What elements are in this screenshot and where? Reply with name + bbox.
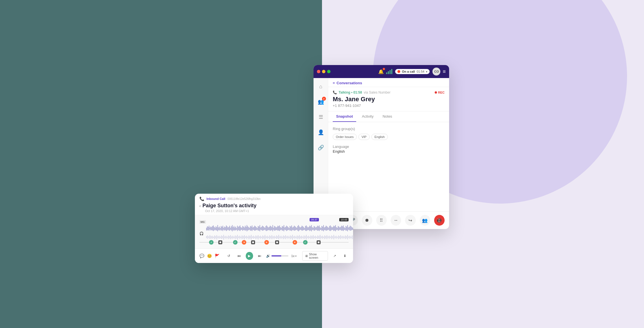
svg-rect-243 (286, 236, 287, 238)
marker-2[interactable]: ✓ (233, 240, 238, 245)
sidebar-item-reports[interactable]: 🔗 (316, 143, 326, 153)
svg-rect-240 (283, 235, 284, 239)
svg-rect-177 (211, 236, 211, 238)
skip-back-button[interactable]: ⏮ (235, 252, 243, 260)
svg-rect-292 (343, 236, 343, 239)
svg-rect-201 (238, 236, 239, 238)
volume-slider-track[interactable] (271, 255, 288, 256)
tag-order-issues[interactable]: Order Issues (333, 134, 357, 140)
svg-rect-249 (293, 236, 294, 238)
marker-4[interactable]: ✕ (264, 240, 269, 245)
marker-1[interactable]: ✓ (209, 240, 214, 245)
chevron-down-icon: ▾ (426, 70, 427, 73)
waveform-container[interactable]: MG 🎧 (195, 215, 353, 249)
sidebar-item-tasks[interactable]: ☰ (316, 112, 326, 122)
svg-rect-257 (303, 236, 303, 238)
external-link-button[interactable]: ↗ (331, 252, 338, 260)
marker-square-1[interactable] (218, 240, 222, 244)
sidebar-item-contacts[interactable]: 👤 (316, 127, 326, 137)
svg-rect-192 (228, 235, 229, 239)
svg-rect-238 (281, 236, 281, 239)
titlebar: 🔔 On a call 01:54 ▾ CO ≡ (314, 65, 449, 78)
call-status-row: 📞 Talking • 01:58 via Sales Number REC (333, 90, 445, 94)
screen-icon: 🖥 (305, 254, 308, 258)
window-controls (317, 70, 330, 73)
sidebar-item-home[interactable]: ⌂ (316, 81, 326, 92)
svg-rect-274 (322, 236, 323, 239)
tag-vip[interactable]: VIP (358, 134, 370, 140)
tab-notes[interactable]: Notes (379, 111, 395, 122)
skip-forward-button[interactable]: ⏭ (256, 252, 263, 260)
emoji-icon[interactable]: 😊 (207, 254, 212, 258)
rewind-button[interactable]: ↺ (225, 252, 232, 260)
add-participant-button[interactable]: 👥 (420, 215, 430, 226)
transfer-button[interactable]: ↔ (391, 215, 401, 226)
svg-rect-221 (261, 236, 262, 238)
activity-date: Oct 17, 2020, 10:12 AM GMT+1 (199, 209, 349, 213)
language-label: Language (333, 144, 445, 149)
svg-rect-213 (252, 236, 253, 238)
marker-square-2[interactable] (251, 240, 255, 244)
speed-control[interactable]: 1x ▾ (291, 254, 297, 258)
svg-rect-262 (308, 236, 309, 239)
marker-square-4[interactable] (317, 240, 321, 244)
play-button[interactable]: ▶ (246, 252, 253, 260)
bell-badge (383, 68, 385, 70)
comment-icon[interactable]: 💬 (199, 254, 204, 258)
inbound-call-row: 📞 Inbound Call 006118fe12e526fhg310bn (199, 197, 349, 201)
svg-rect-210 (249, 235, 249, 239)
svg-rect-233 (275, 236, 276, 238)
end-call-button[interactable]: 📵 (434, 215, 445, 226)
ring-group-label: Ring group(s) (333, 127, 445, 131)
svg-rect-265 (312, 236, 312, 238)
marker-track: ✓ ✓ ✕ ✕ ✕ ✓ (199, 239, 349, 246)
svg-rect-300 (352, 235, 353, 239)
svg-rect-267 (314, 236, 315, 238)
svg-rect-179 (213, 236, 214, 238)
svg-rect-285 (335, 236, 335, 238)
svg-rect-279 (328, 236, 328, 238)
conversations-header: ≡ Conversations (328, 78, 449, 87)
conversations-title: ≡ Conversations (333, 81, 445, 85)
maximize-dot[interactable] (327, 70, 330, 73)
minimize-dot[interactable] (322, 70, 325, 73)
close-dot[interactable] (317, 70, 320, 73)
back-button[interactable]: ‹ (199, 204, 201, 208)
marker-3[interactable]: ✕ (242, 240, 246, 245)
marker-6[interactable]: ✓ (303, 240, 308, 245)
svg-rect-245 (289, 236, 289, 238)
svg-rect-293 (344, 236, 344, 238)
sidebar-item-conversations[interactable]: 👥 2 (316, 97, 326, 107)
tab-snapshot[interactable]: Snapshot (333, 111, 356, 122)
tag-english[interactable]: English (371, 134, 388, 140)
flag-icon[interactable]: 🚩 (215, 254, 219, 258)
svg-rect-298 (350, 236, 350, 239)
on-call-dot (397, 70, 400, 73)
svg-rect-266 (313, 235, 314, 239)
download-button[interactable]: ⬇ (341, 252, 349, 260)
svg-rect-239 (282, 236, 282, 238)
conversations-badge: 2 (322, 97, 326, 101)
timestamp-right: 10:43 (339, 218, 349, 221)
volume-control[interactable]: 🔊 (266, 254, 288, 258)
forward-button[interactable]: ↪ (405, 215, 415, 226)
record-button[interactable]: ⏺ (362, 215, 372, 226)
keypad-button[interactable]: ⠿ (376, 215, 387, 226)
svg-rect-278 (327, 235, 327, 239)
avatar[interactable]: CO (432, 68, 440, 75)
signal-bar-4 (391, 69, 392, 74)
menu-icon[interactable]: ≡ (443, 69, 446, 75)
svg-rect-252 (297, 235, 297, 239)
svg-rect-181 (215, 236, 216, 238)
marker-square-3[interactable] (275, 240, 279, 244)
contact-name: Ms. Jane Grey (333, 96, 445, 103)
svg-rect-196 (232, 236, 233, 239)
bell-icon[interactable]: 🔔 (378, 69, 384, 74)
svg-rect-247 (291, 236, 292, 238)
show-screen-button[interactable]: 🖥 Show screen (302, 251, 328, 261)
activity-header: 📞 Inbound Call 006118fe12e526fhg310bn ‹ … (195, 194, 353, 215)
marker-5[interactable]: ✕ (293, 240, 297, 245)
on-call-badge[interactable]: On a call 01:54 ▾ (395, 69, 430, 74)
tab-activity[interactable]: Activity (358, 111, 377, 122)
svg-rect-198 (235, 235, 236, 239)
